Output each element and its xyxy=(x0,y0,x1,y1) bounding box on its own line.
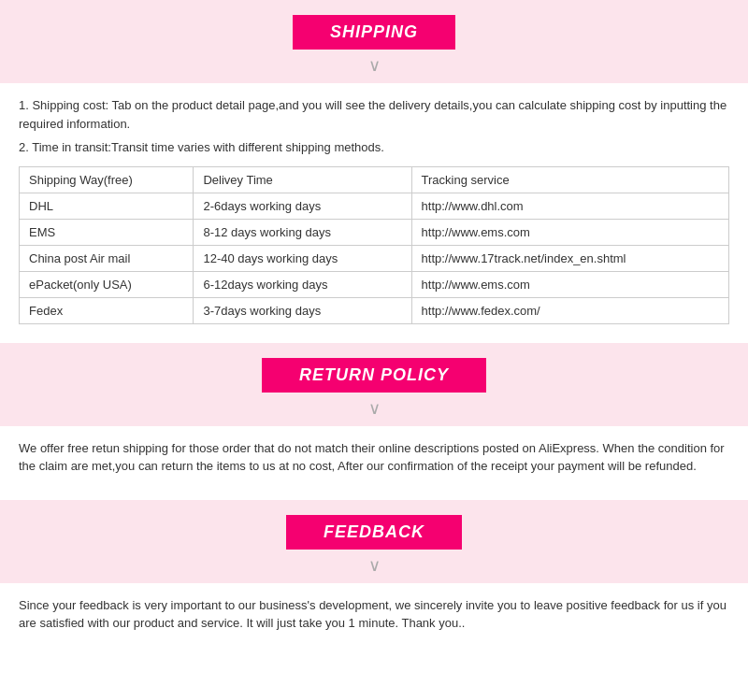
table-cell: Fedex xyxy=(20,297,194,323)
table-cell: ePacket(only USA) xyxy=(20,271,194,297)
shipping-chevron: ∨ xyxy=(368,57,381,74)
feedback-text: Since your feedback is very important to… xyxy=(19,596,729,633)
table-cell: http://www.dhl.com xyxy=(411,193,728,219)
col-shipping-way: Shipping Way(free) xyxy=(20,166,194,193)
return-policy-chevron: ∨ xyxy=(368,400,381,417)
feedback-banner: FEEDBACK ∨ xyxy=(0,500,748,583)
table-cell: 6-12days working days xyxy=(194,271,411,297)
table-header-row: Shipping Way(free) Delivey Time Tracking… xyxy=(20,166,729,193)
shipping-banner: SHIPPING ∨ xyxy=(0,0,748,83)
table-row: China post Air mail12-40 days working da… xyxy=(20,245,729,271)
feedback-title: FEEDBACK xyxy=(286,515,462,550)
table-cell: http://www.17track.net/index_en.shtml xyxy=(411,245,728,271)
table-cell: 8-12 days working days xyxy=(194,219,411,245)
table-row: Fedex3-7days working dayshttp://www.fede… xyxy=(20,297,729,323)
table-cell: http://www.fedex.com/ xyxy=(411,297,728,323)
table-row: ePacket(only USA)6-12days working daysht… xyxy=(20,271,729,297)
feedback-content: Since your feedback is very important to… xyxy=(0,583,748,657)
return-policy-banner: RETURN POLICY ∨ xyxy=(0,343,748,426)
return-policy-content: We offer free retun shipping for those o… xyxy=(0,426,748,500)
shipping-title: SHIPPING xyxy=(293,15,455,50)
shipping-note2: 2. Time in transit:Transit time varies w… xyxy=(19,138,729,157)
shipping-table: Shipping Way(free) Delivey Time Tracking… xyxy=(19,166,729,324)
col-tracking: Tracking service xyxy=(411,166,728,193)
table-cell: DHL xyxy=(20,193,194,219)
table-row: DHL2-6days working dayshttp://www.dhl.co… xyxy=(20,193,729,219)
table-cell: http://www.ems.com xyxy=(411,271,728,297)
table-cell: 3-7days working days xyxy=(194,297,411,323)
table-cell: 12-40 days working days xyxy=(194,245,411,271)
table-cell: China post Air mail xyxy=(20,245,194,271)
table-cell: 2-6days working days xyxy=(194,193,411,219)
table-cell: EMS xyxy=(20,219,194,245)
table-cell: http://www.ems.com xyxy=(411,219,728,245)
col-delivery-time: Delivey Time xyxy=(194,166,411,193)
return-policy-text: We offer free retun shipping for those o… xyxy=(19,439,729,476)
feedback-chevron: ∨ xyxy=(368,557,381,574)
shipping-content: 1. Shipping cost: Tab on the product det… xyxy=(0,83,748,343)
table-row: EMS8-12 days working dayshttp://www.ems.… xyxy=(20,219,729,245)
return-policy-title: RETURN POLICY xyxy=(262,358,486,393)
shipping-note1: 1. Shipping cost: Tab on the product det… xyxy=(19,96,729,133)
